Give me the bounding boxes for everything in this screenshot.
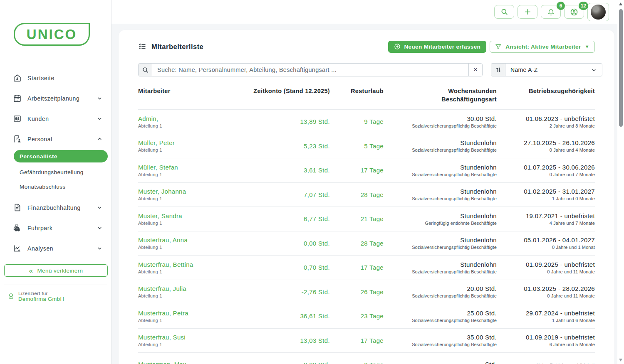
vertical-scrollbar[interactable] (617, 0, 624, 364)
sort-arrows-icon (491, 64, 505, 76)
employee-list-card: Mitarbeiterliste Neuen Mitarbeiter erfas… (119, 30, 614, 364)
search-icon (500, 8, 508, 16)
weekly-hours: Stundenlohn (385, 188, 497, 195)
sidebar-subitem-label: Gefährdungsbeurteilung (20, 169, 84, 175)
hours-cell: Stundenlohn Sozialversicherungspflichtig… (385, 188, 497, 201)
weekly-hours: 25.00 Std. (385, 310, 497, 317)
table-row[interactable]: Musterfrau, Petra Abteilung 1 36,61 Std.… (138, 304, 595, 328)
collapse-menu-button[interactable]: « Menü verkleinern (4, 264, 108, 277)
sidebar-item-label: Fuhrpark (27, 225, 97, 231)
employee-department: Abteilung 1 (138, 172, 243, 177)
employment-type: Sozialversicherungspflichtig Beschäftigt… (385, 196, 497, 201)
main-content: Mitarbeiterliste Neuen Mitarbeiter erfas… (111, 24, 617, 364)
profile-button[interactable] (587, 3, 609, 21)
add-button[interactable] (518, 5, 537, 19)
sidebar-item-label: Startseite (27, 75, 103, 81)
sidebar-divider (4, 285, 107, 285)
sidebar-item-personalliste[interactable]: Personalliste (14, 150, 108, 162)
employee-name-cell: Musterfrau, Susi Abteilung 1 (138, 334, 243, 347)
column-header-zeitkonto: Zeitkonto (Stand 12.2025) (245, 87, 330, 103)
sidebar-item-fuhrpark[interactable]: Fuhrpark (0, 218, 111, 238)
scrollbar-thumb[interactable] (619, 9, 623, 127)
table-row[interactable]: Muster, Johanna Abteilung 1 7,07 Std. 28… (138, 182, 595, 207)
tenure-cell: 27.10.2025 - 26.10.2026 0 Jahre und 4 Mo… (498, 139, 595, 152)
sidebar-item-analysen[interactable]: Analysen (0, 238, 111, 258)
filter-row: × Name A-Z (138, 63, 595, 76)
search-input[interactable] (152, 64, 468, 76)
tenure-duration: 6 Jahre und 5 Monate (498, 342, 595, 347)
hours-cell: Stundenlohn Sozialversicherungspflichtig… (385, 164, 497, 177)
chevron-down-icon (97, 95, 103, 101)
search-button[interactable] (494, 5, 514, 19)
sort-value: Name A-Z (505, 66, 591, 73)
column-header-wochenstunden: Wochenstunden Beschäftigungsart (385, 87, 497, 103)
zeitkonto-value: 7,07 Std. (245, 191, 330, 198)
new-employee-label: Neuen Mitarbeiter erfassen (404, 44, 480, 50)
employee-department: Abteilung 1 (138, 245, 243, 250)
employment-type: Sozialversicherungspflichtig Beschäftigt… (385, 245, 497, 250)
double-chevron-left-icon: « (29, 267, 33, 274)
weekly-hours: Stundenlohn (385, 139, 497, 146)
employee-name-cell: Musterfrau, Anna Abteilung 1 (138, 236, 243, 250)
table-row[interactable]: Musterfrau, Bettina Abteilung 1 0,70 Std… (138, 255, 595, 280)
employee-name-cell: Musterman, Max (138, 361, 243, 364)
sidebar-item-finanzbuchhaltung[interactable]: Finanzbuchhaltung (0, 197, 111, 218)
sidebar-item-arbeitszeitplanung[interactable]: Arbeitszeitplanung (0, 88, 111, 108)
employee-department: Abteilung 1 (138, 293, 243, 298)
table-row[interactable]: Musterman, Max 0,00 Std. 0 Tage Std. Kei… (138, 352, 595, 364)
new-employee-button[interactable]: Neuen Mitarbeiter erfassen (388, 41, 486, 53)
resturlaub-value: 9 Tage (332, 118, 384, 125)
employment-type: Sozialversicherungspflichtig Beschäftigt… (385, 123, 497, 128)
hours-cell: 20.00 Std. Sozialversicherungspflichtig … (385, 285, 497, 298)
employment-type: Sozialversicherungspflichtig Beschäftigt… (385, 148, 497, 152)
caret-down-icon: ▼ (585, 44, 589, 49)
table-row[interactable]: Musterfrau, Anna Abteilung 1 0,00 Std. 2… (138, 231, 595, 256)
employment-type: Sozialversicherungspflichtig Beschäftigt… (385, 342, 497, 347)
employee-name-cell: Muster, Johanna Abteilung 1 (138, 188, 243, 201)
scroll-down-arrow-icon[interactable] (619, 359, 622, 362)
checklist-icon (138, 42, 146, 51)
resturlaub-value: 17 Tage (332, 264, 384, 271)
plus-circle-icon (394, 43, 401, 50)
sidebar-item-personal[interactable]: Personal (0, 129, 111, 149)
bell-icon (547, 8, 555, 16)
table-row[interactable]: Müller, Stefan Abteilung 1 3,61 Std. 17 … (138, 158, 595, 182)
sidebar-item-startseite[interactable]: Startseite (0, 68, 111, 88)
employee-name: Müller, Peter (138, 139, 243, 146)
home-icon (12, 74, 22, 83)
analytics-chart-icon (12, 244, 22, 253)
table-row[interactable]: Musterfrau, Julia Abteilung 1 -2,76 Std.… (138, 280, 595, 304)
sidebar-item-label: Personal (27, 136, 97, 143)
chevron-down-icon (97, 204, 103, 211)
sort-select[interactable]: Name A-Z (491, 63, 602, 76)
hours-cell: Stundenlohn Geringfügig entlohnte Beschä… (385, 212, 497, 226)
chevron-up-icon (97, 136, 103, 142)
employee-name: Musterfrau, Susi (138, 334, 243, 341)
zeitkonto-value: 0,00 Std. (245, 361, 330, 364)
employee-name: Musterman, Max (138, 361, 243, 364)
employee-name: Musterfrau, Julia (138, 285, 243, 292)
sidebar-item-kunden[interactable]: Kunden (0, 108, 111, 129)
table-row[interactable]: Muster, Sandra Abteilung 1 6,77 Std. 21 … (138, 207, 595, 231)
table-row[interactable]: Müller, Peter Abteilung 1 5,23 Std. 5 Ta… (138, 134, 595, 158)
sidebar-item-monatsabschluss[interactable]: Monatsabschluss (0, 180, 111, 194)
users-button[interactable]: 12 (564, 5, 584, 19)
table-row[interactable]: Admin, Abteilung 1 13,89 Std. 9 Tage 30.… (138, 109, 595, 134)
view-filter-button[interactable]: Ansicht: Aktive Mitarbeiter ▼ (490, 41, 595, 53)
employment-type: Sozialversicherungspflichtig Beschäftigt… (385, 172, 497, 177)
personal-subnav: Personalliste Gefährdungsbeurteilung Mon… (0, 150, 111, 194)
notifications-badge: 6 (556, 1, 565, 10)
clear-search-button[interactable]: × (468, 64, 482, 76)
sidebar-item-gefaehrdungsbeurteilung[interactable]: Gefährdungsbeurteilung (0, 165, 111, 180)
employee-name: Admin, (138, 115, 243, 122)
table-row[interactable]: Musterfrau, Susi Abteilung 1 13,03 Std. … (138, 328, 595, 353)
zeitkonto-value: 0,70 Std. (245, 264, 330, 271)
user-circle-icon (570, 8, 578, 16)
personnel-icon (12, 135, 22, 144)
tenure-cell: 05.01.2026 - 04.01.2027 0 Jahre und 1 Mo… (498, 236, 595, 250)
zeitkonto-value: 6,77 Std. (245, 215, 330, 222)
weekly-hours: 30.00 Std. (385, 115, 497, 122)
scroll-up-arrow-icon[interactable] (619, 2, 622, 5)
tenure-cell: 01.07.2025 - 30.06.2026 0 Jahre und 7 Mo… (498, 164, 595, 177)
notifications-button[interactable]: 6 (541, 5, 561, 19)
